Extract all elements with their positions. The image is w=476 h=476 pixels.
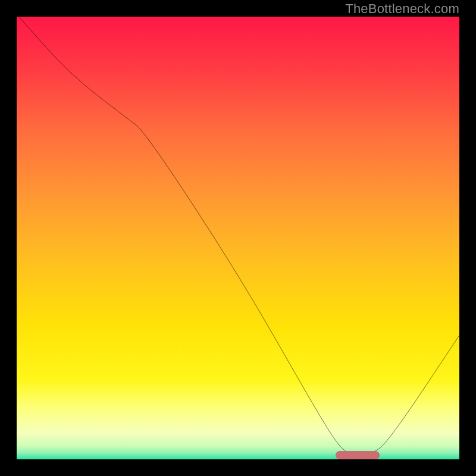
- plot-area: [14, 14, 462, 462]
- watermark-text: TheBottleneck.com: [345, 1, 459, 17]
- curve-line: [17, 17, 459, 459]
- trough-marker: [336, 451, 380, 459]
